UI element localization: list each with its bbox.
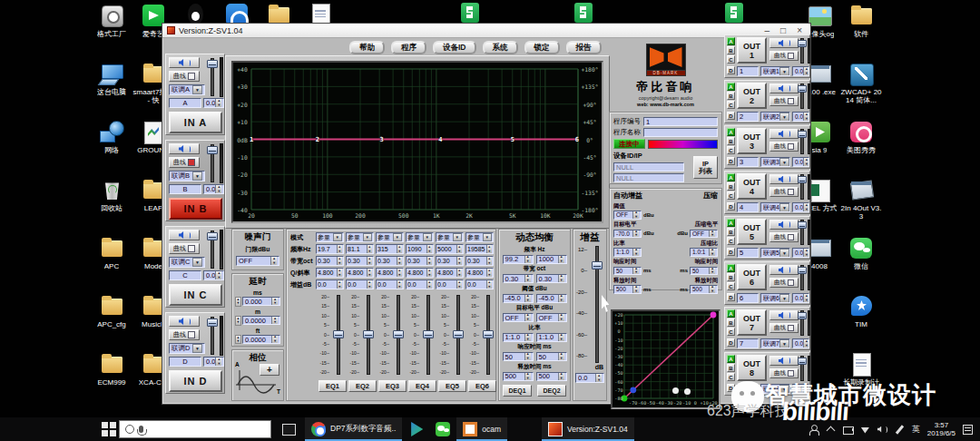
channel-fader[interactable] — [798, 37, 807, 64]
route-b-button[interactable]: B — [727, 364, 735, 372]
channel-fader[interactable] — [206, 57, 219, 97]
route-a-button[interactable]: A — [727, 264, 735, 272]
mute-button[interactable] — [769, 174, 799, 184]
link-select[interactable]: 联调5 — [760, 248, 790, 258]
desktop-icon[interactable]: 2In 4Out V3.3 — [840, 178, 882, 236]
eq-param-field[interactable]: 0.0 — [376, 279, 404, 289]
input-select-button[interactable]: IN D — [169, 370, 222, 392]
device-ip-field[interactable]: NULL — [613, 173, 684, 182]
route-a-button[interactable]: A — [727, 37, 735, 45]
route-a-button[interactable]: A — [727, 309, 735, 318]
fader-handle[interactable] — [363, 330, 374, 338]
eq-band-button[interactable]: EQ3 — [378, 380, 407, 392]
output-select-button[interactable]: OUT4 — [737, 173, 767, 200]
eq-gain-fader[interactable] — [360, 294, 377, 376]
eq-param-field[interactable]: 0.30 — [466, 256, 494, 266]
route-d-button[interactable]: D — [727, 202, 735, 211]
fader-handle[interactable] — [798, 131, 807, 138]
agc-param-spinner[interactable]: 1:1.0 — [613, 248, 642, 257]
channel-fader[interactable] — [798, 83, 807, 110]
pen-icon[interactable] — [895, 425, 905, 435]
channel-name-field[interactable]: 3 — [737, 157, 759, 167]
route-d-button[interactable]: D — [727, 157, 735, 165]
eq-param-field[interactable]: 参量 — [346, 232, 374, 242]
eq-param-field[interactable]: 0.0 — [436, 279, 464, 289]
desktop-icon[interactable]: TIM — [840, 294, 882, 352]
eq-band-button[interactable]: EQ4 — [408, 380, 436, 392]
link-select[interactable]: 联调2 — [760, 112, 790, 122]
eq-param-field[interactable]: 0.0 — [346, 279, 374, 289]
output-select-button[interactable]: OUT1 — [737, 37, 767, 64]
channel-name-field[interactable]: A — [169, 98, 201, 108]
curve-toggle[interactable]: 曲线 — [169, 71, 200, 82]
comp-param-spinner[interactable]: OFF — [690, 230, 718, 239]
eq-param-field[interactable]: 1090 — [406, 244, 434, 254]
mute-button[interactable] — [169, 316, 200, 327]
eq-gain-fader[interactable] — [420, 294, 436, 376]
fader-handle[interactable] — [207, 60, 218, 68]
desktop-icon[interactable]: ZWCAD+ 2014 简体... — [840, 62, 882, 120]
eq-gain-fader[interactable] — [390, 294, 407, 376]
curve-toggle[interactable]: 曲线 — [769, 232, 799, 242]
eq-band-button[interactable]: EQ1 — [318, 380, 347, 392]
eq-param-field[interactable]: 4.800 — [466, 268, 494, 278]
fader-handle[interactable] — [453, 330, 464, 338]
eq-param-field[interactable]: 参量 — [436, 232, 464, 242]
dyn-param-spinner[interactable]: OFF — [536, 313, 567, 322]
route-b-button[interactable]: B — [727, 46, 735, 54]
eq-param-field[interactable]: 参量 — [316, 232, 344, 242]
menu-button[interactable]: 帮助 — [349, 41, 385, 54]
channel-fader[interactable] — [798, 309, 807, 337]
spinner-arrows-icon[interactable] — [235, 316, 241, 326]
output-select-button[interactable]: OUT5 — [737, 219, 767, 245]
link-select[interactable]: 联调A — [169, 84, 205, 95]
channel-name-field[interactable]: B — [169, 184, 201, 194]
desktop-icon[interactable]: 网络 — [91, 120, 132, 178]
route-a-button[interactable]: A — [727, 173, 735, 181]
maximize-button[interactable]: □ — [780, 26, 786, 35]
gain-spinner[interactable]: 0.0 — [792, 66, 809, 76]
mute-button[interactable] — [169, 143, 200, 154]
link-select[interactable]: 联调B — [169, 171, 205, 181]
route-a-button[interactable]: A — [727, 128, 735, 136]
program-name-field[interactable] — [643, 128, 718, 137]
input-select-button[interactable]: IN C — [169, 284, 222, 306]
curve-toggle[interactable]: 曲线 — [769, 368, 799, 378]
eq-param-field[interactable]: 4.800 — [406, 268, 434, 278]
link-select[interactable]: 联调6 — [760, 293, 790, 303]
channel-fader[interactable] — [206, 316, 219, 356]
route-c-button[interactable]: C — [727, 328, 735, 336]
curve-toggle[interactable]: 曲线 — [169, 157, 200, 168]
close-button[interactable]: × — [797, 26, 802, 35]
eq-param-field[interactable]: 参量 — [466, 232, 494, 242]
search-box[interactable]: 在这里输入你要搜索的内容 — [119, 420, 271, 438]
fader-handle[interactable] — [798, 40, 807, 47]
route-a-button[interactable]: A — [727, 355, 735, 363]
eq-param-field[interactable]: 0.30 — [406, 256, 434, 266]
mute-button[interactable] — [769, 310, 799, 320]
agc-param-spinner[interactable]: -70.0 — [613, 230, 642, 239]
channel-name-field[interactable]: 4 — [737, 202, 759, 212]
channel-name-field[interactable]: D — [169, 357, 201, 367]
route-b-button[interactable]: B — [727, 273, 735, 281]
eq-param-field[interactable]: 参量 — [406, 232, 434, 242]
channel-fader[interactable] — [798, 219, 807, 246]
fader-handle[interactable] — [798, 267, 807, 274]
dyn-param-spinner[interactable]: 500 — [536, 372, 567, 381]
spinner-arrows-icon[interactable] — [235, 297, 241, 307]
dyn-param-spinner[interactable]: OFF — [503, 313, 534, 322]
eq-gain-fader[interactable] — [480, 294, 496, 376]
eq-band-button[interactable]: EQ6 — [468, 380, 496, 392]
curve-toggle[interactable]: 曲线 — [769, 323, 799, 333]
dyn-param-spinner[interactable]: 1000 — [536, 255, 567, 264]
channel-fader[interactable] — [798, 355, 807, 382]
gain-spinner[interactable]: 0.0 — [792, 112, 809, 122]
curve-toggle[interactable]: 曲线 — [769, 187, 799, 197]
fader-handle[interactable] — [483, 330, 494, 338]
gain-spinner[interactable]: 0.0 — [792, 338, 809, 348]
curve-toggle[interactable]: 曲线 — [769, 278, 799, 288]
desktop-icon[interactable]: 软件 — [840, 4, 882, 62]
eq-param-field[interactable]: 0.30 — [376, 256, 404, 266]
channel-name-field[interactable]: C — [169, 270, 201, 280]
dyn-param-spinner[interactable]: -45.0 — [536, 294, 567, 303]
